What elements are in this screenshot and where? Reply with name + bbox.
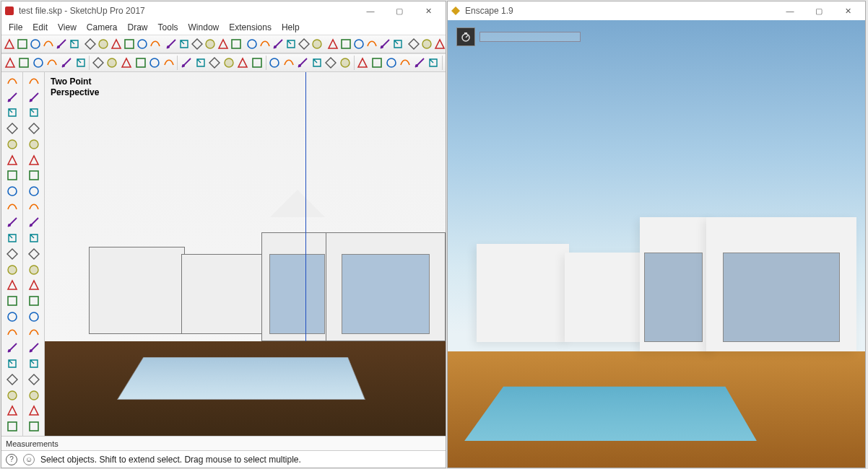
menu-view[interactable]: View [53, 21, 81, 34]
tb1-zoom-icon[interactable] [178, 36, 191, 52]
tb2-plugin2-icon[interactable] [296, 55, 311, 71]
tool2-import-icon[interactable] [26, 372, 42, 387]
tb2-send-icon[interactable] [207, 55, 222, 71]
tb2-plugin4-icon[interactable] [324, 55, 339, 71]
tool-freehand-icon[interactable] [4, 152, 20, 168]
tb1-select-icon[interactable] [3, 36, 16, 52]
tool-lasso-icon[interactable] [4, 89, 20, 105]
tb2-undo-icon[interactable] [45, 55, 60, 71]
camera-speed-icon[interactable] [456, 27, 475, 46]
tb1-pushpull-icon[interactable] [68, 36, 81, 52]
tool-arc-icon[interactable] [4, 199, 20, 215]
tb2-plugin7-icon[interactable] [370, 55, 384, 71]
maximize-button[interactable]: ▢ [385, 1, 414, 20]
tool-text-icon[interactable] [4, 387, 20, 403]
tb1-poly-icon[interactable] [311, 36, 324, 52]
tool-scale-icon[interactable] [4, 293, 20, 309]
help-hint-icon[interactable]: ? [6, 454, 17, 465]
tool-move-icon[interactable] [4, 262, 20, 278]
tb1-3dtext-icon[interactable] [259, 36, 272, 52]
tb2-save-icon[interactable] [31, 55, 45, 71]
tool-pushpull-icon[interactable] [4, 325, 20, 341]
tool-pie-icon[interactable] [4, 230, 20, 246]
tb2-plugin6-icon[interactable] [356, 55, 370, 71]
tb2-render-icon[interactable] [236, 55, 251, 71]
tool2-layers-icon[interactable] [26, 199, 42, 215]
tb2-plugin3-icon[interactable] [310, 55, 324, 71]
progress-bar[interactable] [479, 32, 581, 42]
tb1-print-icon[interactable] [391, 36, 404, 52]
tb1-paint-icon[interactable] [136, 36, 149, 52]
tool-paint-icon[interactable] [4, 120, 20, 136]
tb1-rotate-icon[interactable] [97, 36, 110, 52]
menu-extensions[interactable]: Extensions [225, 21, 276, 34]
enscape-viewport[interactable] [448, 20, 865, 468]
tool2-styles-icon[interactable] [26, 136, 42, 152]
tb2-plugin8-icon[interactable] [384, 55, 399, 71]
tb2-cut-icon[interactable] [105, 55, 120, 71]
tb2-upload-icon[interactable] [179, 55, 194, 71]
tool2-printset-icon[interactable] [26, 387, 42, 403]
enscape-titlebar[interactable]: Enscape 1.9 — ▢ ✕ [448, 1, 865, 20]
tb1-export-icon[interactable] [378, 36, 391, 52]
tb1-photo-icon[interactable] [339, 36, 352, 52]
tool2-geo-icon[interactable] [26, 309, 42, 325]
maximize-button[interactable]: ▢ [804, 1, 833, 20]
tool2-fog-icon[interactable] [26, 183, 42, 199]
tb1-protractor-icon[interactable] [272, 36, 285, 52]
tool-polygon-icon[interactable] [4, 246, 20, 262]
tool2-model-icon[interactable] [26, 262, 42, 278]
tb2-copy-icon[interactable] [119, 55, 134, 71]
tool-rect-icon[interactable] [4, 167, 20, 183]
tb2-plugin1-icon[interactable] [282, 55, 296, 71]
tb1-tape-icon[interactable] [55, 36, 68, 52]
tool2-shadows-icon[interactable] [26, 167, 42, 183]
tb2-settings-icon[interactable] [250, 55, 264, 71]
tool2-materials-icon[interactable] [26, 120, 42, 136]
tool2-outliner-icon[interactable] [26, 105, 42, 120]
tb1-dim-icon[interactable] [217, 36, 230, 52]
tool-offset-icon[interactable] [4, 309, 20, 325]
tool2-tag-icon[interactable] [26, 246, 42, 262]
sketchup-viewport[interactable]: Two Point Perspective [45, 72, 446, 436]
tb2-refresh-icon[interactable] [74, 55, 88, 71]
tool2-pluginA-icon[interactable] [26, 418, 42, 434]
tool-axes-icon[interactable] [4, 418, 20, 434]
tool-eraser-icon[interactable] [4, 105, 20, 120]
tb2-redo-icon[interactable] [59, 55, 74, 71]
tool2-photo-icon[interactable] [26, 293, 42, 309]
tb1-geo-icon[interactable] [326, 36, 339, 52]
menu-window[interactable]: Window [184, 21, 224, 34]
tb2-img-icon[interactable] [222, 55, 236, 71]
tool-2pt-arc-icon[interactable] [4, 215, 20, 231]
tb1-walk-icon[interactable] [191, 36, 204, 52]
menu-tools[interactable]: Tools [154, 21, 183, 34]
tb2-open-icon[interactable] [17, 55, 32, 71]
tb2-paste-icon[interactable] [134, 55, 148, 71]
tool-protractor-icon[interactable] [4, 372, 20, 387]
tb1-arc-icon[interactable] [42, 36, 55, 52]
tb1-warehouse-icon[interactable] [433, 36, 446, 52]
tb1-dwg-icon[interactable] [365, 36, 378, 52]
tb2-plugin5-icon[interactable] [338, 55, 352, 71]
tb1-eraser-icon[interactable] [16, 36, 29, 52]
tb2-bulb-icon[interactable] [268, 55, 282, 71]
tb2-cart-icon[interactable] [398, 55, 412, 71]
tool-circle-icon[interactable] [4, 183, 20, 199]
tb2-cursor-icon[interactable] [426, 55, 440, 71]
minimize-button[interactable]: — [776, 1, 804, 20]
tool2-scenes-icon[interactable] [26, 152, 42, 168]
close-button[interactable]: ✕ [833, 1, 862, 20]
tb1-layers-icon[interactable] [420, 36, 433, 52]
tb2-download-icon[interactable] [194, 55, 208, 71]
tool2-entity-icon[interactable] [26, 215, 42, 231]
tb1-sandbox-icon[interactable] [407, 36, 420, 52]
menu-camera[interactable]: Camera [82, 21, 122, 34]
tool-rotate-icon[interactable] [4, 278, 20, 294]
tb1-orbit-icon[interactable] [149, 36, 162, 52]
tool2-group-icon[interactable] [26, 89, 42, 105]
menu-draw[interactable]: Draw [123, 21, 152, 34]
tb1-section-icon[interactable] [204, 36, 217, 52]
menu-file[interactable]: File [4, 21, 27, 34]
tool2-solid-icon[interactable] [26, 340, 42, 356]
